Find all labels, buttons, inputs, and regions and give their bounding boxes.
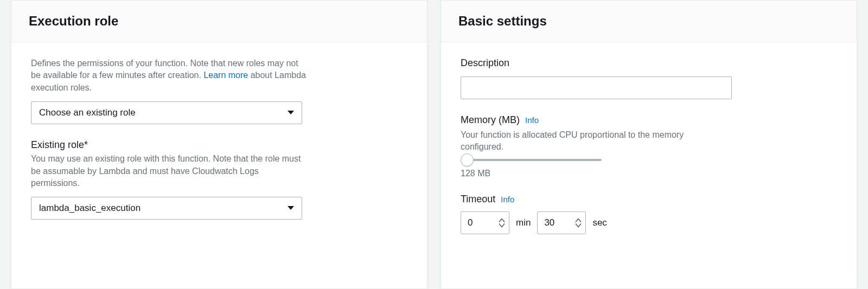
learn-more-link[interactable]: Learn more (203, 70, 248, 80)
memory-label: Memory (MB) (461, 114, 520, 126)
timeout-row: min sec (461, 211, 837, 234)
timeout-min-unit: min (516, 217, 531, 228)
stepper-icon (499, 218, 506, 227)
existing-role-select[interactable]: lambda_basic_execution (31, 197, 302, 220)
description-input[interactable] (461, 76, 732, 99)
existing-role-label: Existing role* (31, 139, 407, 151)
role-mode-select[interactable]: Choose an existing role (31, 101, 302, 124)
slider-thumb[interactable] (461, 153, 474, 166)
execution-role-panel: Execution role Defines the permissions o… (11, 0, 427, 289)
role-mode-select-value: Choose an existing role (31, 101, 302, 124)
description-label: Description (461, 57, 837, 69)
timeout-min-stepper[interactable] (461, 211, 509, 234)
memory-value: 128 MB (461, 169, 732, 178)
existing-role-select-value: lambda_basic_execution (31, 197, 302, 220)
memory-slider[interactable]: 128 MB (461, 159, 732, 178)
panel-body: Description Memory (MB) Info Your functi… (441, 42, 857, 249)
timeout-sec-stepper[interactable] (537, 211, 586, 234)
slider-track (461, 159, 602, 161)
panel-header: Basic settings (441, 1, 857, 42)
execution-role-heading: Execution role (29, 14, 410, 29)
chevron-down-icon[interactable] (499, 223, 505, 227)
chevron-up-icon[interactable] (575, 218, 582, 222)
stepper-icon (575, 218, 583, 227)
memory-info-link[interactable]: Info (525, 115, 539, 125)
execution-role-description: Defines the permissions of your function… (31, 57, 308, 94)
chevron-down-icon[interactable] (575, 223, 582, 227)
timeout-info-link[interactable]: Info (501, 195, 514, 204)
existing-role-hint: You may use an existing role with this f… (31, 153, 308, 189)
memory-section: Memory (MB) Info Your function is alloca… (461, 114, 837, 178)
timeout-label: Timeout (461, 194, 495, 205)
basic-settings-panel: Basic settings Description Memory (MB) I… (441, 0, 857, 289)
panel-body: Defines the permissions of your function… (11, 42, 427, 235)
basic-settings-heading: Basic settings (458, 14, 839, 29)
timeout-sec-unit: sec (592, 217, 607, 228)
memory-hint: Your function is allocated CPU proportio… (461, 129, 710, 153)
chevron-up-icon[interactable] (499, 218, 505, 222)
timeout-section: Timeout Info min (461, 194, 837, 234)
description-section: Description (461, 57, 837, 99)
panel-header: Execution role (11, 1, 427, 42)
